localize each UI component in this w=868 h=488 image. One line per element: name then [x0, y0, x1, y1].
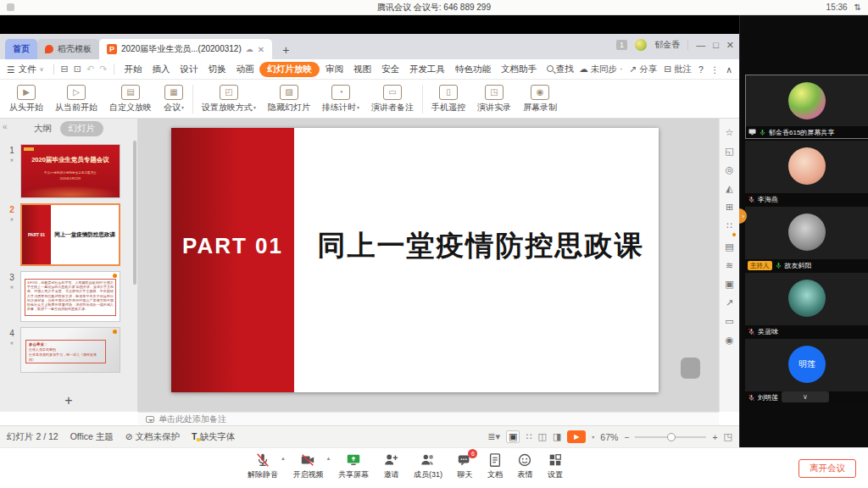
ribbon-speaker-notes[interactable]: ▭演讲者备注	[365, 85, 420, 114]
sync-status[interactable]: ☁ 未同步 ·	[579, 64, 622, 75]
emoji-button[interactable]: 表情	[517, 452, 532, 480]
notes-bar[interactable]: 单击此处添加备注	[138, 412, 719, 425]
menu-animation[interactable]: 动画	[231, 62, 258, 77]
view-sorter-icon[interactable]: ∷	[526, 431, 531, 442]
close-button[interactable]: ✕	[726, 40, 734, 51]
avatar[interactable]	[635, 39, 647, 51]
ribbon-setup-show[interactable]: ◰设置放映方式▾	[196, 85, 262, 114]
zoom-level[interactable]: 67%	[600, 432, 618, 442]
textbox-pane-icon[interactable]: ▭	[725, 316, 733, 327]
menu-view[interactable]: 视图	[349, 62, 376, 77]
video-tile[interactable]: 李海燕	[745, 141, 868, 205]
tab-slides[interactable]: 幻灯片	[60, 121, 104, 136]
view-reading-icon[interactable]: ◫	[537, 431, 546, 442]
minimize-button[interactable]: —	[696, 40, 705, 50]
animation-pane-icon[interactable]: ☆	[726, 127, 734, 138]
apps-pane-icon[interactable]: ∷	[726, 220, 732, 231]
menu-security[interactable]: 安全	[377, 62, 403, 77]
sidebar-scrollbar[interactable]	[133, 141, 136, 285]
help-icon[interactable]: ?	[698, 64, 704, 75]
view-slideshow-icon[interactable]: ◨	[553, 431, 561, 442]
missing-font-warning[interactable]: T 缺失字体	[192, 431, 235, 443]
unmute-button[interactable]: ▲ 解除静音	[248, 452, 278, 480]
zoom-out-icon[interactable]: −	[624, 432, 629, 442]
shape-fill-icon[interactable]: ◭	[726, 183, 732, 194]
start-video-button[interactable]: ▲ 开启视频	[292, 452, 323, 480]
menu-start[interactable]: 开始	[120, 62, 146, 77]
chart-pane-icon[interactable]: ▤	[725, 241, 733, 252]
collapse-bar-icon[interactable]: ⇅	[854, 3, 861, 12]
notification-badge[interactable]: 1	[616, 40, 627, 50]
ribbon-lecture-record[interactable]: ◳演讲实录	[471, 85, 517, 114]
menu-assistant[interactable]: 文档助手	[497, 62, 541, 77]
object-layer-icon[interactable]: ◱	[725, 146, 733, 157]
slide-thumbnail-1[interactable]: 2020届毕业生党员专题会议 中共××学院设计学院学生党支部委员会 2020年3…	[20, 144, 120, 198]
invite-button[interactable]: 邀请	[383, 452, 398, 480]
video-tile[interactable]: 吴蓝味	[745, 273, 868, 337]
undo-icon[interactable]: ↶	[86, 64, 94, 75]
export-pane-icon[interactable]: ↗	[726, 297, 733, 308]
file-menu[interactable]: ☰ 文件 ∨	[7, 64, 44, 75]
comment-button[interactable]: ⊟ 批注	[664, 64, 692, 75]
ribbon-meeting[interactable]: ▦会议▾	[158, 85, 190, 114]
zoom-knob[interactable]	[667, 433, 676, 441]
menu-review[interactable]: 审阅	[321, 62, 348, 77]
redo-icon[interactable]: ↷	[99, 64, 107, 75]
doc-protect-status[interactable]: ⊘ 文档未保护	[125, 431, 180, 443]
collapse-ribbon-icon[interactable]: ∧	[726, 64, 732, 75]
chat-button[interactable]: 6 聊天	[457, 452, 472, 480]
menu-design[interactable]: 设计	[175, 62, 202, 77]
tab-outline[interactable]: 大纲	[34, 123, 52, 135]
slide-thumbnail-2-selected[interactable]: PART 01 同上一堂疫情防控思政课	[20, 203, 120, 266]
play-slideshow-button[interactable]: ▶	[567, 430, 586, 443]
fit-window-icon[interactable]: ◳	[724, 431, 732, 442]
slide-thumbnail-4[interactable]: 参会要求： 全体人员提前签到 全体党员准时参加学习，统一进入《课程直播间》	[20, 327, 120, 373]
restore-button[interactable]: □	[713, 40, 719, 50]
ribbon-custom-show[interactable]: ▤自定义放映	[103, 85, 158, 114]
view-normal-icon[interactable]: ▣	[506, 430, 520, 443]
mic-options-caret[interactable]: ▲	[281, 456, 286, 461]
ribbon-rehearse[interactable]: ◔排练计时▾	[316, 85, 365, 114]
ribbon-from-beginning[interactable]: ▶从头开始	[3, 85, 49, 114]
print-icon[interactable]: ⊡	[74, 64, 81, 75]
tab-home[interactable]: 首页	[5, 39, 37, 59]
ribbon-from-current[interactable]: ▷从当前开始	[49, 85, 103, 114]
close-tab-icon[interactable]: ✕	[258, 45, 264, 54]
share-button[interactable]: ↗ 分享	[630, 64, 658, 75]
leave-meeting-button[interactable]: 离开会议	[798, 459, 856, 478]
video-tile-host[interactable]: 主持人 故友斜阳	[745, 207, 868, 271]
zoom-in-icon[interactable]: +	[712, 432, 717, 442]
share-screen-button[interactable]: 共享屏幕	[338, 452, 369, 480]
tab-document[interactable]: P 2020届毕业生党员...(20200312) ☁ ✕	[99, 39, 272, 59]
collapse-panel-icon[interactable]: «	[3, 122, 8, 131]
help-center-icon[interactable]: ◎	[726, 164, 734, 175]
menu-slideshow[interactable]: 幻灯片放映	[259, 62, 320, 77]
media-pane-icon[interactable]: ▣	[725, 279, 733, 290]
menu-insert[interactable]: 插入	[147, 62, 174, 77]
save-icon[interactable]: ⊟	[61, 64, 69, 75]
ribbon-screen-record[interactable]: ◉屏幕录制	[517, 85, 563, 114]
ribbon-phone-remote[interactable]: ▯手机遥控	[426, 85, 471, 114]
more-icon[interactable]: ⋮	[710, 64, 720, 75]
members-button[interactable]: 成员(31)	[414, 452, 442, 480]
settings-button[interactable]: 设置	[548, 452, 563, 480]
notes-toggle-icon[interactable]: ≣▾	[487, 431, 500, 442]
zoom-slider[interactable]	[635, 436, 706, 438]
table-pane-icon[interactable]: ⊞	[726, 202, 733, 213]
menu-features[interactable]: 特色功能	[451, 62, 495, 77]
menu-devtools[interactable]: 开发工具	[405, 62, 449, 77]
camera-options-caret[interactable]: ▲	[326, 456, 331, 461]
menu-find[interactable]: 查找	[542, 62, 578, 77]
canvas-scroll-thumb[interactable]	[681, 358, 700, 379]
new-tab-button[interactable]: +	[282, 43, 289, 57]
docs-button[interactable]: 文档	[487, 452, 503, 480]
adjust-pane-icon[interactable]: ≋	[726, 260, 733, 271]
ribbon-hide-slide[interactable]: ▨隐藏幻灯片	[262, 85, 316, 114]
add-slide-button[interactable]: +	[0, 393, 137, 408]
record-pane-icon[interactable]: ◉	[726, 335, 734, 346]
current-slide[interactable]: PART 01 同上一堂疫情防控思政课	[171, 128, 659, 392]
slide-thumbnail-3[interactable]: 3月9日，由教育部社会科学司、人民网联合组织的“全国大学生同上一堂疫情防控思政大…	[20, 271, 120, 322]
menu-transition[interactable]: 切换	[203, 62, 230, 77]
tab-template[interactable]: 稻壳模板	[37, 39, 99, 59]
collapse-tiles-button[interactable]: ∨	[782, 391, 829, 402]
